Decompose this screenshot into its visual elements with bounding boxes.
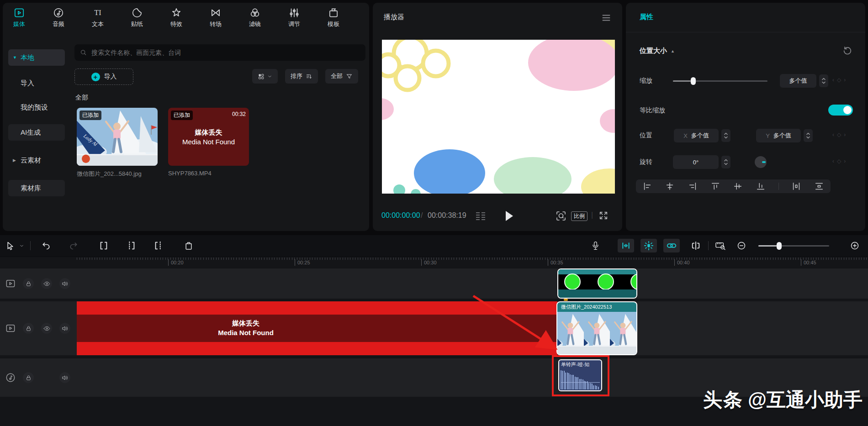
delete-button[interactable] (182, 239, 196, 252)
player-panel: 播放器 00:00:00:00 / 00:00: (373, 3, 622, 231)
hide-track-button[interactable] (41, 323, 52, 334)
play-icon[interactable] (503, 210, 514, 222)
media-card-missing[interactable]: 已添加 00:32 媒体丢失 Media Not Found SHYP7863.… (168, 108, 249, 177)
record-voiceover-button[interactable] (588, 239, 602, 252)
missing-media-clip[interactable]: 媒体丢失 Media Not Found (77, 315, 557, 342)
tab-media[interactable]: 媒体 (6, 7, 32, 28)
tab-sticker[interactable]: 贴纸 (124, 7, 150, 28)
snap-toggle-button[interactable] (618, 239, 634, 252)
missing-clip-band[interactable] (77, 301, 557, 315)
media-card-image[interactable]: 已添加 微信图片_202...5840.jpg (77, 108, 158, 178)
position-y-stepper[interactable] (804, 129, 813, 142)
position-y-box[interactable]: Y 多个值 (756, 129, 801, 142)
preview-quality-icon[interactable] (556, 210, 566, 221)
sort-button[interactable]: 排序 (285, 69, 318, 84)
timeline-preview-button[interactable] (714, 239, 727, 252)
position-y-value: 多个值 (773, 131, 791, 140)
audio-clip[interactable]: 单铃声-噔-知 (558, 359, 602, 391)
link-toggle-button[interactable] (663, 239, 680, 252)
search-icon (80, 49, 87, 56)
scale-stepper[interactable] (819, 74, 828, 87)
hide-track-button[interactable] (41, 278, 52, 289)
redo-button[interactable] (67, 239, 80, 252)
sidebar-item-ai-generate[interactable]: AI生成 (8, 124, 65, 141)
rotate-stepper[interactable] (721, 156, 730, 168)
rotate-value-box[interactable]: 0° (673, 155, 719, 169)
preview-highlight-button[interactable] (640, 239, 657, 252)
sticker-clip[interactable] (557, 268, 637, 299)
missing-clip-band[interactable] (77, 342, 557, 355)
svg-text:TI: TI (94, 9, 101, 17)
sidebar-item-stock[interactable]: 素材库 (8, 180, 65, 196)
rotate-dial[interactable] (755, 156, 767, 168)
keyframe-controls[interactable]: ‹◇› (832, 158, 848, 164)
select-tool-button[interactable] (4, 239, 17, 252)
tab-effects[interactable]: 特效 (164, 7, 189, 28)
keyframe-controls[interactable]: ‹◇› (832, 131, 848, 138)
speaker-icon (62, 375, 68, 381)
total-time: 00:00:38:19 (428, 211, 466, 220)
filter-button[interactable]: 全部 (325, 69, 358, 84)
sidebar-item-cloud[interactable]: ▶ 云素材 (8, 152, 65, 168)
sidebar-item-presets[interactable]: 我的预设 (8, 99, 65, 116)
split-keep-right-button[interactable] (124, 239, 138, 252)
sidebar-item-label: AI生成 (21, 128, 41, 137)
tab-label: 文本 (92, 20, 104, 28)
split-button[interactable] (97, 239, 111, 252)
zoom-out-button[interactable] (735, 239, 748, 252)
align-center-h-icon[interactable] (665, 181, 675, 191)
align-left-icon[interactable] (642, 181, 652, 191)
ratio-button[interactable]: 比例 (571, 211, 587, 221)
lines-icon[interactable] (475, 211, 486, 221)
import-button-label: 导入 (104, 73, 117, 81)
lock-track-button[interactable] (23, 372, 34, 383)
fullscreen-icon[interactable] (598, 210, 609, 221)
mirror-split-button[interactable] (689, 239, 703, 252)
player-menu-button[interactable] (601, 14, 611, 24)
timeline-zoom-handle[interactable] (777, 242, 782, 250)
split-keep-left-button[interactable] (152, 239, 165, 252)
align-bottom-icon[interactable] (756, 181, 766, 191)
mute-track-button[interactable] (59, 372, 70, 383)
lock-track-button[interactable] (23, 323, 34, 334)
timeline-toolbar (0, 235, 868, 257)
preview-canvas[interactable] (382, 40, 615, 194)
zoom-in-button[interactable] (848, 239, 862, 252)
select-tool-dropdown[interactable] (17, 239, 26, 252)
import-button[interactable]: + 导入 (74, 68, 133, 85)
align-right-icon[interactable] (688, 181, 698, 191)
timeline-zoom-slider[interactable] (758, 245, 829, 247)
align-middle-v-icon[interactable] (733, 181, 743, 191)
image-clip[interactable]: 微信图片_2024022513 (556, 301, 637, 355)
tab-text[interactable]: TI 文本 (85, 7, 111, 28)
properties-title: 属性 (640, 13, 653, 21)
mute-track-button[interactable] (59, 323, 70, 334)
search-input[interactable] (90, 48, 360, 57)
tab-adjust[interactable]: 调节 (281, 7, 307, 28)
uniform-scale-toggle[interactable] (828, 105, 853, 116)
tab-transitions[interactable]: 转场 (203, 7, 228, 28)
view-mode-button[interactable] (252, 69, 278, 84)
tab-audio[interactable]: 音频 (46, 7, 71, 28)
timeline-ruler[interactable]: 00:20 00:25 00:30 00:35 00:40 00:45 (77, 258, 868, 268)
keyframe-controls[interactable]: ‹◇› (832, 77, 848, 83)
undo-button[interactable] (39, 239, 53, 252)
tab-templates[interactable]: 模板 (321, 7, 346, 28)
section-position-size[interactable]: 位置大小 ▲ (640, 47, 675, 55)
tab-filters[interactable]: 滤镜 (242, 7, 268, 28)
distribute-h-icon[interactable] (791, 181, 801, 191)
lock-track-button[interactable] (23, 278, 34, 289)
scale-value-box[interactable]: 多个值 (780, 74, 816, 88)
align-top-icon[interactable] (710, 181, 720, 191)
sidebar-item-import[interactable]: 导入 (8, 75, 65, 91)
scale-slider-handle[interactable] (691, 77, 696, 85)
reset-icon[interactable] (842, 46, 852, 56)
position-x-box[interactable]: X 多个值 (674, 129, 719, 142)
mute-track-button[interactable] (59, 278, 70, 289)
distribute-v-icon[interactable] (814, 181, 824, 191)
sidebar-item-local[interactable]: ▼ 本地 (8, 49, 65, 66)
search-bar[interactable] (74, 44, 365, 61)
scale-slider[interactable] (673, 80, 767, 82)
trash-icon (184, 241, 193, 250)
position-x-stepper[interactable] (721, 129, 730, 142)
